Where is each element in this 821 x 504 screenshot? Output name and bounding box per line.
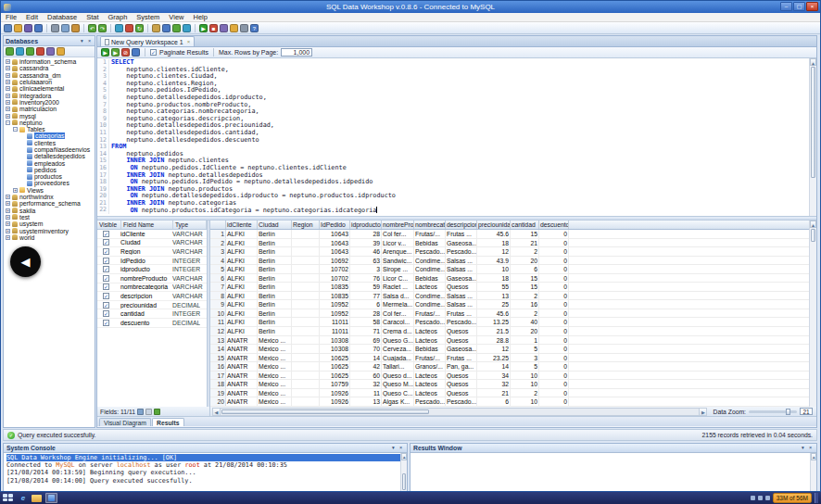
tree-item-compañiasdeenvios[interactable]: compañiasdeenvios <box>4 146 95 153</box>
tree-item-usystem[interactable]: +usystem <box>4 220 95 227</box>
expand-node-icon[interactable]: + <box>6 80 10 84</box>
field-row-idproducto[interactable]: ✓idproductoINTEGER <box>97 265 207 274</box>
grid-header-preciounidad[interactable]: preciounidad <box>477 220 511 229</box>
menu-view[interactable]: View <box>164 13 188 22</box>
export-results-icon[interactable] <box>132 48 140 57</box>
grid-row[interactable]: 12ALFKIBerlín1101171Crema d...LácteosQue… <box>210 327 816 336</box>
close-panel-icon[interactable]: × <box>86 38 93 44</box>
visible-checkbox[interactable]: ✓ <box>103 266 109 272</box>
tree-item-mysql[interactable]: +mysql <box>4 112 95 119</box>
grid-row[interactable]: 2ALFKIBerlín1064339Licor v...BebidasGase… <box>210 239 816 248</box>
grid-row[interactable]: 19ANATRMéxico ...1092611Queso C...Lácteo… <box>210 389 816 398</box>
new-table-icon[interactable] <box>162 24 171 32</box>
field-row-IdPedido[interactable]: ✓IdPedidoINTEGER <box>97 257 207 266</box>
connect-db-icon[interactable] <box>6 47 14 56</box>
tray-icon[interactable] <box>765 496 770 500</box>
menu-stat[interactable]: Stat <box>82 13 103 22</box>
field-row-cantidad[interactable]: ✓cantidadINTEGER <box>97 309 207 319</box>
tree-item-usysteminventory[interactable]: +usysteminventory <box>4 227 95 233</box>
visible-checkbox[interactable]: ✓ <box>103 302 109 309</box>
bottom-tab-visual-diagram[interactable]: Visual Diagram <box>99 418 151 426</box>
tray-icon[interactable] <box>751 496 755 500</box>
tree-item-world[interactable]: +world <box>4 234 95 241</box>
close-results-window-icon[interactable]: × <box>807 445 814 451</box>
chart-icon[interactable] <box>230 24 238 32</box>
tree-item-cassandra_dm[interactable]: +cassandra_dm <box>4 72 95 79</box>
tree-item-integradora[interactable]: +integradora <box>4 92 95 98</box>
tab-new-query-workspace[interactable]: New Query Workspace 1 × <box>100 36 195 46</box>
scroll-right-icon[interactable]: ▶ <box>699 409 706 415</box>
collapse-results-window-icon[interactable]: ▾ <box>800 445 806 451</box>
start-button[interactable] <box>3 494 15 502</box>
expand-node-icon[interactable]: + <box>6 221 10 226</box>
file-explorer-icon[interactable] <box>32 495 42 502</box>
expand-node-icon[interactable]: + <box>13 188 18 193</box>
grid-header-Region[interactable]: Region <box>292 220 320 229</box>
menu-database[interactable]: Database <box>43 13 82 22</box>
stop-query-icon[interactable]: ⊘ <box>121 48 130 57</box>
field-row-nombreProducto[interactable]: ✓nombreProductoVARCHAR <box>97 274 207 284</box>
collapse-console-icon[interactable]: ▾ <box>390 445 397 451</box>
grid-vscrollbar[interactable]: ▲ <box>809 220 816 407</box>
cut-icon[interactable] <box>51 24 59 32</box>
paste-icon[interactable] <box>71 24 80 32</box>
grid-scroll-thumb[interactable] <box>811 229 815 242</box>
expand-node-icon[interactable]: + <box>6 100 10 105</box>
visible-checkbox[interactable]: ✓ <box>103 231 109 237</box>
grid-header-cantidad[interactable]: cantidad <box>511 220 539 229</box>
redo-icon[interactable]: ↷ <box>98 24 107 32</box>
tree-item-performance_schema[interactable]: +performance_schema <box>4 200 95 207</box>
visible-checkbox[interactable]: ✓ <box>103 284 109 290</box>
system-console-body[interactable]: SQL Data Workshop Engine initializing...… <box>4 453 407 491</box>
maximize-button[interactable]: ▢ <box>793 2 805 11</box>
grid-header-idCliente[interactable]: idCliente <box>226 220 258 229</box>
results-window-vscrollbar[interactable]: ▲ <box>810 453 816 491</box>
menu-help[interactable]: Help <box>188 13 211 22</box>
expand-node-icon[interactable]: + <box>6 235 10 240</box>
tree-item-categorias[interactable]: categorias <box>4 132 95 139</box>
results-window-body[interactable] <box>410 453 816 491</box>
field-row-Region[interactable]: ✓RegionVARCHAR <box>97 247 207 257</box>
drop-db-icon[interactable] <box>36 47 44 56</box>
tree-item-Views[interactable]: +Views <box>4 187 95 194</box>
expand-node-icon[interactable]: + <box>6 201 10 206</box>
grid-row[interactable]: 14ANATRMéxico ...1030870Cerveza...Bebida… <box>210 345 816 354</box>
menu-graph[interactable]: Graph <box>103 13 132 22</box>
grid-row[interactable]: 7ALFKIBerlín1083559Raclet ...LácteosQues… <box>210 283 816 292</box>
editor-scroll-thumb[interactable] <box>811 67 815 178</box>
expand-node-icon[interactable]: + <box>6 73 10 78</box>
sql-editor[interactable]: 1SELECT2 neptuno.clientes.idCliente,3 ne… <box>97 58 816 217</box>
copy-icon[interactable] <box>61 24 69 32</box>
close-console-icon[interactable]: × <box>398 445 404 451</box>
grid-row[interactable]: 8ALFKIBerlín1083577Salsa d...Condime...S… <box>210 292 816 301</box>
grid-header-idproducto[interactable]: idproducto <box>350 220 382 229</box>
scroll-up-icon[interactable]: ▲ <box>810 220 816 228</box>
collapse-panel-icon[interactable]: ▾ <box>79 38 85 44</box>
open-icon[interactable] <box>14 24 22 32</box>
menu-edit[interactable]: Edit <box>21 13 43 22</box>
settings-icon[interactable] <box>240 24 248 32</box>
grid-row[interactable]: 15ANATRMéxico ...1062514Cuajada...Frutas… <box>210 354 816 363</box>
run-icon[interactable]: ▶ <box>199 24 208 32</box>
expand-node-icon[interactable]: + <box>6 215 10 220</box>
tree-item-sakila[interactable]: +sakila <box>4 208 95 214</box>
paginate-checkbox[interactable]: ✓ <box>150 49 157 56</box>
tree-item-productos[interactable]: productos <box>4 173 95 180</box>
tree-item-information_schema[interactable]: +information_schema <box>4 58 95 65</box>
tree-item-test[interactable]: +test <box>4 214 95 220</box>
editor-vscrollbar[interactable]: ▲ <box>809 58 816 216</box>
console-scroll-thumb[interactable] <box>402 473 406 490</box>
import-icon[interactable] <box>172 24 181 32</box>
tree-item-detallesdepedidos[interactable]: detallesdepedidos <box>4 153 95 159</box>
scroll-left-icon[interactable]: ◀ <box>213 409 221 415</box>
menu-system[interactable]: System <box>132 13 164 22</box>
expand-node-icon[interactable]: + <box>6 59 10 64</box>
minimize-button[interactable]: – <box>780 2 792 11</box>
grid-header-nombreProd[interactable]: nombreProd... <box>382 220 414 229</box>
internet-explorer-icon[interactable]: e <box>19 494 28 503</box>
execute-script-icon[interactable]: ▶ <box>111 48 120 57</box>
collapse-node-icon[interactable]: − <box>6 120 10 125</box>
grid-row[interactable]: 5ALFKIBerlín107023Sirope ...Condime...Sa… <box>210 265 816 274</box>
grid-row[interactable]: 10ALFKIBerlín1095228Col fer...Frutas/...… <box>210 309 816 319</box>
execute-query-icon[interactable]: ▶ <box>101 48 109 57</box>
